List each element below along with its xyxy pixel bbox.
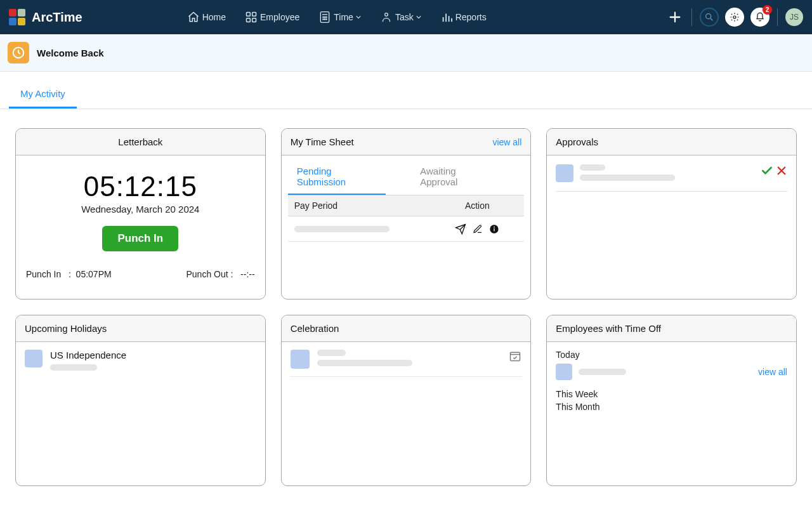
- reject-icon[interactable]: [776, 165, 787, 176]
- card-approvals: Approvals: [546, 128, 797, 300]
- card-letterback: Letterback 05:12:15 Wednesday, March 20 …: [15, 128, 266, 300]
- divider: [556, 191, 787, 192]
- divider: [777, 8, 778, 26]
- page-tabs: My Activity: [0, 83, 812, 109]
- timeoff-today-label: Today: [556, 350, 787, 360]
- user-badge-icon: [380, 11, 393, 23]
- timesheet-view-all-link[interactable]: view all: [492, 137, 521, 147]
- list-item: US Independence: [25, 350, 256, 371]
- skeleton-placeholder: [317, 360, 412, 366]
- skeleton-placeholder: [317, 350, 346, 356]
- card-celebration: Celebration: [281, 315, 532, 486]
- card-title: Employees with Time Off: [556, 323, 661, 334]
- calculator-icon: [318, 11, 331, 23]
- avatar-placeholder: [556, 164, 573, 182]
- nav-reports[interactable]: Reports: [440, 11, 487, 23]
- tab-awaiting-approval[interactable]: Awaiting Approval: [411, 161, 499, 195]
- skeleton-placeholder: [50, 364, 97, 371]
- brand-name: ArcTime: [32, 10, 82, 25]
- holiday-icon-placeholder: [25, 350, 43, 367]
- send-icon[interactable]: [455, 223, 466, 235]
- nav-employee-label: Employee: [260, 12, 299, 22]
- bell-icon: [755, 12, 765, 22]
- search-button[interactable]: [700, 8, 719, 27]
- nav-time[interactable]: Time: [318, 11, 361, 23]
- tab-pending-submission[interactable]: Pending Submission: [288, 161, 386, 195]
- chevron-down-icon: [356, 15, 361, 20]
- divider: [691, 8, 692, 26]
- user-avatar[interactable]: JS: [785, 8, 803, 26]
- card-header: Upcoming Holidays: [16, 315, 265, 342]
- punch-in-button[interactable]: Punch In: [102, 226, 178, 251]
- svg-point-11: [326, 19, 327, 20]
- edit-icon[interactable]: [473, 224, 483, 234]
- col-action: Action: [430, 195, 524, 216]
- svg-rect-2: [247, 18, 251, 22]
- card-title: Letterback: [118, 136, 162, 147]
- svg-point-23: [494, 226, 495, 227]
- avatar-placeholder: [556, 364, 572, 380]
- brand[interactable]: ArcTime: [9, 9, 82, 25]
- settings-button[interactable]: [725, 8, 744, 27]
- notifications-button[interactable]: 2: [750, 8, 769, 27]
- dashboard-cards: Letterback 05:12:15 Wednesday, March 20 …: [0, 109, 812, 505]
- add-button[interactable]: [666, 8, 684, 26]
- svg-line-18: [710, 18, 712, 20]
- bar-chart-icon: [440, 11, 453, 23]
- svg-rect-3: [252, 18, 256, 22]
- svg-point-8: [326, 16, 327, 17]
- nav-links: Home Employee Time: [187, 11, 487, 23]
- card-body: 05:12:15 Wednesday, March 20 2024 Punch …: [16, 155, 265, 299]
- nav-task-label: Task: [395, 12, 414, 22]
- svg-rect-22: [494, 228, 495, 231]
- skeleton-placeholder: [579, 369, 626, 375]
- app-logo-icon: [9, 9, 25, 25]
- search-icon: [704, 12, 714, 22]
- svg-point-12: [384, 13, 388, 16]
- card-body: [547, 155, 796, 299]
- punch-in-status: Punch In : 05:07PM: [26, 269, 112, 279]
- timeoff-view-all-link[interactable]: view all: [758, 367, 787, 377]
- timesheet-table-header: Pay Period Action: [288, 195, 525, 216]
- card-title: Upcoming Holidays: [25, 323, 107, 334]
- nav-time-label: Time: [334, 12, 353, 22]
- card-employees-time-off: Employees with Time Off Today view all T…: [546, 315, 797, 486]
- nav-home-label: Home: [202, 12, 226, 22]
- nav-employee[interactable]: Employee: [245, 11, 299, 23]
- punch-in-label: Punch In: [26, 269, 61, 279]
- svg-rect-0: [247, 13, 251, 16]
- nav-home[interactable]: Home: [187, 11, 226, 23]
- welcome-text: Welcome Back: [37, 48, 104, 58]
- svg-point-7: [325, 16, 325, 17]
- skeleton-placeholder: [294, 226, 390, 232]
- list-item: view all: [556, 364, 787, 380]
- info-icon[interactable]: [489, 224, 499, 234]
- card-body: Today view all This Week This Month: [547, 342, 796, 485]
- svg-point-6: [323, 16, 324, 17]
- top-navbar: ArcTime Home Employee: [0, 0, 812, 34]
- punch-status-row: Punch In : 05:07PM Punch Out : --:--: [25, 269, 256, 279]
- nav-right: 2 JS: [666, 8, 803, 27]
- svg-rect-24: [511, 352, 520, 360]
- card-header: Celebration: [282, 315, 531, 342]
- punch-out-status: Punch Out : --:--: [187, 269, 255, 279]
- avatar-placeholder: [291, 350, 310, 369]
- card-header: Approvals: [547, 129, 796, 155]
- card-title: My Time Sheet: [291, 136, 354, 147]
- approve-icon[interactable]: [761, 164, 773, 177]
- punch-out-label: Punch Out :: [187, 269, 233, 279]
- punch-out-value: --:--: [240, 269, 255, 279]
- card-title: Celebration: [291, 323, 339, 334]
- nav-task[interactable]: Task: [380, 11, 421, 23]
- tab-my-activity[interactable]: My Activity: [9, 83, 77, 109]
- calendar-check-icon[interactable]: [509, 350, 521, 362]
- svg-point-9: [323, 19, 324, 20]
- clock-icon: [8, 42, 29, 63]
- list-item: [556, 164, 787, 182]
- punch-in-value: 05:07PM: [76, 269, 112, 279]
- timeoff-this-week-label: This Week: [556, 389, 787, 399]
- list-item: [291, 350, 522, 377]
- skeleton-placeholder: [580, 164, 605, 171]
- svg-point-17: [706, 14, 711, 19]
- chevron-down-icon: [416, 15, 421, 20]
